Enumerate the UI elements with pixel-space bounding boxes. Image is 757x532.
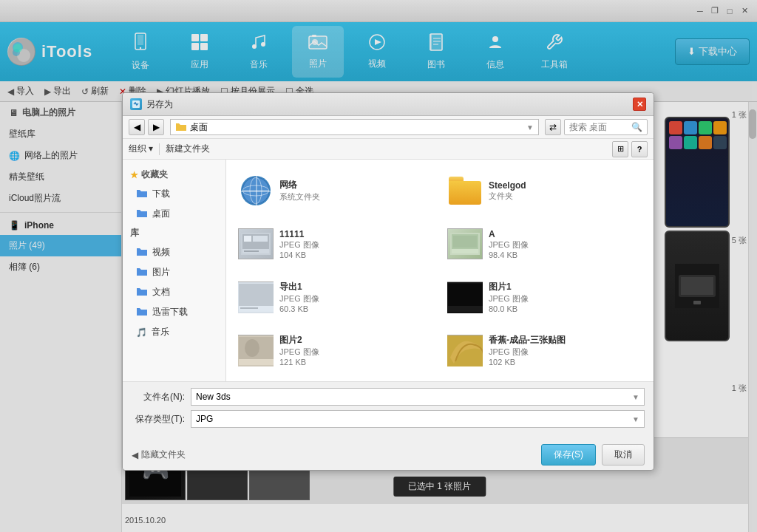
export1-type: JPEG 图像 bbox=[279, 293, 432, 304]
globe-icon bbox=[241, 176, 271, 205]
dialog-title-icon bbox=[130, 98, 142, 110]
nav-lib-images[interactable]: 图片 bbox=[123, 262, 225, 282]
steelgod-thumb bbox=[447, 173, 483, 208]
steelgod-name: Steelgod bbox=[489, 180, 642, 191]
file-grid: 网络 系统文件夹 Steelgod 文件夹 bbox=[226, 160, 654, 381]
dialog-back-button[interactable]: ◀ bbox=[129, 119, 145, 135]
banana-thumb bbox=[447, 332, 483, 368]
svg-point-34 bbox=[242, 185, 269, 196]
dialog-close-button[interactable]: ✕ bbox=[633, 98, 646, 111]
filetype-dropdown-arrow-icon: ▼ bbox=[632, 415, 639, 423]
new-folder-button[interactable]: 新建文件夹 bbox=[166, 143, 210, 155]
save-as-dialog: 另存为 ✕ ◀ ▶ 桌面 ▼ ⇄ 🔍 组织 ▾ bbox=[122, 92, 654, 471]
nav-downloads[interactable]: 下载 bbox=[123, 184, 225, 204]
filetype-value: JPG bbox=[196, 414, 629, 424]
file-item-export1[interactable]: 导出1 JPEG 图像 60.3 KB bbox=[232, 272, 438, 322]
lib-music-icon: 🎵 bbox=[136, 327, 147, 338]
filetype-input-combo[interactable]: JPG ▼ bbox=[191, 410, 645, 428]
organize-button[interactable]: 组织 ▾ bbox=[129, 143, 153, 155]
toolbar-divider bbox=[159, 143, 160, 155]
filetype-row: 保存类型(T): JPG ▼ bbox=[132, 410, 645, 428]
dialog-nav-panel: ★ 收藏夹 下载 bbox=[123, 160, 226, 381]
pic2-name: 图片2 bbox=[279, 334, 432, 347]
a-type: JPEG 图像 bbox=[489, 239, 642, 250]
dialog-nav-toolbar: ◀ ▶ 桌面 ▼ ⇄ 🔍 bbox=[123, 116, 654, 139]
file-item-network[interactable]: 网络 系统文件夹 bbox=[232, 166, 438, 216]
nav-lib-docs[interactable]: 文档 bbox=[123, 282, 225, 302]
file-item-a[interactable]: A JPEG 图像 98.4 KB bbox=[441, 219, 648, 269]
svg-rect-43 bbox=[452, 249, 478, 253]
filename-label: 文件名(N): bbox=[132, 391, 191, 403]
filename-dropdown-arrow-icon: ▼ bbox=[632, 393, 639, 401]
pic2-thumb bbox=[238, 332, 274, 368]
svg-rect-39 bbox=[244, 236, 251, 242]
svg-rect-44 bbox=[453, 236, 477, 248]
banana-size: 102 KB bbox=[489, 358, 642, 366]
dialog-title-text: 另存为 bbox=[146, 98, 633, 111]
steelgod-type: 文件夹 bbox=[489, 191, 642, 202]
path-dropdown-arrow-icon: ▼ bbox=[526, 123, 534, 132]
libraries-header: 库 bbox=[123, 224, 225, 242]
hide-folder-button[interactable]: ◀ 隐藏文件夹 bbox=[132, 449, 186, 461]
svg-rect-55 bbox=[239, 359, 274, 365]
11111-thumb bbox=[238, 226, 274, 262]
lib-docs-icon bbox=[136, 286, 148, 299]
file-item-banana[interactable]: 香蕉-成品-三张贴图 JPEG 图像 102 KB bbox=[441, 325, 648, 375]
svg-point-31 bbox=[242, 177, 269, 204]
star-icon: ★ bbox=[130, 170, 138, 180]
lib-xunlei-icon bbox=[136, 306, 148, 318]
hide-folder-arrow-icon: ◀ bbox=[132, 450, 138, 460]
a-size: 98.4 KB bbox=[489, 250, 642, 259]
dialog-path-combo[interactable]: 桌面 ▼ bbox=[170, 119, 539, 135]
save-button[interactable]: 保存(S) bbox=[541, 444, 596, 466]
dialog-secondary-toolbar: 组织 ▾ 新建文件夹 ⊞ ? bbox=[123, 139, 654, 160]
dialog-search-box[interactable]: 🔍 bbox=[564, 119, 648, 135]
svg-rect-51 bbox=[448, 306, 483, 312]
export1-thumb bbox=[238, 279, 274, 315]
svg-rect-50 bbox=[448, 284, 483, 306]
dialog-actions: ◀ 隐藏文件夹 保存(S) 取消 bbox=[123, 438, 654, 470]
svg-rect-56 bbox=[447, 335, 483, 366]
11111-name: 11111 bbox=[279, 229, 432, 239]
dialog-overlay: 另存为 ✕ ◀ ▶ 桌面 ▼ ⇄ 🔍 组织 ▾ bbox=[0, 0, 757, 532]
nav-desktop[interactable]: 桌面 bbox=[123, 204, 225, 224]
svg-point-32 bbox=[250, 177, 262, 204]
downloads-folder-icon bbox=[136, 188, 148, 200]
banana-name: 香蕉-成品-三张贴图 bbox=[489, 334, 642, 347]
pic2-size: 121 KB bbox=[279, 358, 432, 366]
nav-lib-music[interactable]: 🎵 音乐 bbox=[123, 322, 225, 342]
export1-name: 导出1 bbox=[279, 281, 432, 293]
dialog-refresh-button[interactable]: ⇄ bbox=[545, 119, 561, 135]
file-item-pic1[interactable]: 图片1 JPEG 图像 80.0 KB bbox=[441, 272, 648, 322]
file-item-11111[interactable]: 11111 JPEG 图像 104 KB bbox=[232, 219, 438, 269]
network-name: 网络 bbox=[279, 179, 432, 191]
help-button[interactable]: ? bbox=[631, 141, 648, 157]
filetype-label: 保存类型(T): bbox=[132, 413, 191, 426]
dialog-forward-button[interactable]: ▶ bbox=[148, 119, 164, 135]
filename-input-combo[interactable]: ▼ bbox=[191, 388, 645, 406]
11111-size: 104 KB bbox=[279, 250, 432, 259]
11111-type: JPEG 图像 bbox=[279, 239, 432, 250]
pic2-type: JPEG 图像 bbox=[279, 347, 432, 358]
action-buttons: 保存(S) 取消 bbox=[541, 444, 645, 466]
nav-lib-xunlei[interactable]: 迅雷下载 bbox=[123, 302, 225, 322]
banana-type: JPEG 图像 bbox=[489, 347, 642, 358]
pic1-name: 图片1 bbox=[489, 281, 642, 293]
file-item-steelgod[interactable]: Steelgod 文件夹 bbox=[441, 166, 648, 216]
svg-rect-38 bbox=[244, 250, 259, 252]
dialog-search-input[interactable] bbox=[569, 122, 628, 132]
pic1-size: 80.0 KB bbox=[489, 304, 642, 313]
lib-videos-icon bbox=[136, 246, 148, 259]
dialog-title-bar: 另存为 ✕ bbox=[123, 93, 654, 116]
file-item-pic2[interactable]: 图片2 JPEG 图像 121 KB bbox=[232, 325, 438, 375]
path-folder-icon bbox=[175, 121, 187, 134]
view-toggle-button[interactable]: ⊞ bbox=[612, 141, 628, 157]
nav-lib-videos[interactable]: 视频 bbox=[123, 242, 225, 262]
filename-input[interactable] bbox=[196, 392, 629, 402]
a-name: A bbox=[489, 229, 642, 239]
network-thumb bbox=[238, 173, 274, 208]
dialog-form-area: 文件名(N): ▼ 保存类型(T): JPG ▼ bbox=[123, 381, 654, 438]
export1-size: 60.3 KB bbox=[279, 304, 432, 313]
svg-point-54 bbox=[245, 339, 259, 357]
cancel-button[interactable]: 取消 bbox=[602, 444, 645, 466]
